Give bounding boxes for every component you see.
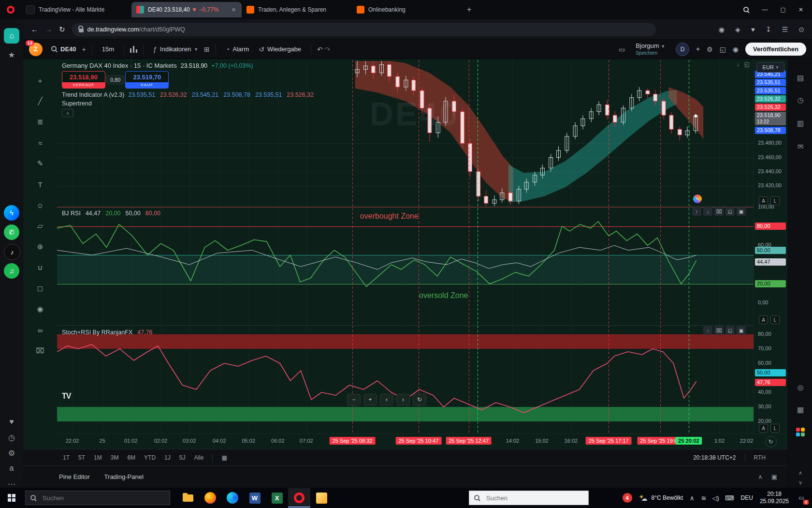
history-icon[interactable]: ◷ [4, 430, 19, 445]
legend-collapse-button[interactable]: ∧ [62, 109, 73, 117]
tune-icon[interactable]: ☰ [782, 26, 788, 33]
volume-icon[interactable]: ◁) [712, 494, 719, 502]
log-scale-button[interactable]: L [770, 424, 780, 433]
publish-button[interactable]: Veröffentlichen [745, 43, 806, 56]
start-button[interactable] [8, 494, 15, 502]
network-icon[interactable]: ≋ [701, 494, 707, 502]
trading-panel-tab[interactable]: Trading-Panel [104, 473, 144, 480]
excel-app[interactable]: X [266, 488, 288, 508]
user-avatar[interactable]: Z13 [29, 43, 43, 56]
range-button[interactable]: 6M [123, 453, 139, 463]
reload-button[interactable]: ↻ [59, 25, 65, 34]
pane-up-icon[interactable]: ↑ [703, 326, 712, 335]
tab-tradingview-home[interactable]: TradingView - Alle Märkte [21, 2, 131, 17]
quick-trade-flash-icon[interactable]: ϟ [693, 194, 702, 203]
lock-drawings-icon[interactable]: ◻ [32, 281, 48, 296]
forward-button[interactable]: → [45, 25, 52, 33]
new-tab-button[interactable]: + [467, 5, 471, 14]
auto-scale-button[interactable]: A [759, 196, 768, 205]
text-tool-icon[interactable]: T [32, 177, 48, 192]
undo-icon[interactable]: ↶ [317, 45, 323, 53]
back-button[interactable]: ← [31, 25, 38, 33]
indicator-name[interactable]: Trend Indicator A (v2.3) [62, 91, 124, 98]
price-scale[interactable]: EUR▾ 23.480,0023.460,0023.440,0023.420,0… [754, 59, 788, 433]
news-icon[interactable]: ▥ [793, 116, 808, 131]
range-button[interactable]: 1T [59, 453, 73, 463]
zoom-in-tool-icon[interactable]: ⊕ [32, 239, 48, 254]
layout-grid-icon[interactable]: ⊞ [204, 45, 210, 53]
trend-line-tool-icon[interactable]: ╱ [32, 93, 48, 109]
clock[interactable]: 20:18:38 UTC+2 [693, 454, 736, 461]
window-maximize-button[interactable]: ▢ [781, 6, 786, 13]
pane-maximize-icon[interactable]: ◱ [744, 61, 750, 68]
emoji-tool-icon[interactable]: ☺ [32, 197, 48, 213]
settings-gear-icon[interactable]: ⚙ [4, 445, 19, 461]
messenger-icon[interactable]: ϟ [4, 205, 19, 221]
remove-drawings-icon[interactable]: ⌧ [32, 343, 48, 359]
range-button[interactable]: Alle [190, 453, 207, 463]
pane-more-icon[interactable]: ▣ [737, 326, 746, 335]
vpn-badge-icon[interactable]: ◈ [735, 26, 740, 33]
fib-retracement-tool-icon[interactable]: ≣ [32, 114, 48, 130]
interval-button[interactable]: 15m [98, 44, 118, 55]
compare-add-icon[interactable]: + [82, 45, 86, 53]
community-icon[interactable] [793, 425, 808, 439]
tray-alert-badge[interactable]: 4 [623, 493, 632, 503]
tradingview-logo[interactable]: TV [62, 392, 71, 401]
chart-type-icon[interactable] [130, 46, 137, 53]
tab-de40-chart[interactable]: DE40 23.518,40 ▼ −0,77% ✕ [131, 2, 242, 17]
symbol-title[interactable]: Germany DAX 40 Index · 15 · IC Markets [62, 62, 177, 69]
panel-expand-icon[interactable]: ▣ [771, 473, 777, 480]
pane-up-icon[interactable]: ↑ [692, 207, 701, 216]
window-minimize-button[interactable]: — [762, 6, 768, 13]
redo-icon[interactable]: ↷ [325, 45, 331, 53]
pane-maximize-icon[interactable]: ◱ [725, 207, 735, 216]
download-icon[interactable]: ↧ [766, 26, 771, 33]
snapshot-camera-icon[interactable]: ◉ [733, 45, 739, 53]
notes-app[interactable] [310, 488, 333, 508]
currency-button[interactable]: EUR▾ [756, 62, 784, 73]
alert-button[interactable]: ◔Alarm [222, 44, 253, 55]
taskbar-search-input[interactable] [42, 494, 140, 502]
desktop-search-input[interactable] [485, 494, 574, 502]
window-close-button[interactable]: ✕ [798, 6, 803, 13]
goto-realtime-button[interactable]: ↻ [765, 436, 777, 448]
supertrend-label[interactable]: Supertrend [62, 100, 92, 107]
taskbar-clock[interactable]: 20:18 25.09.2025 [760, 491, 789, 505]
settings-gear-icon[interactable]: ⚙ [707, 45, 713, 53]
time-axis[interactable]: 22:022501:0202:0203:0204:0205:0206:0207:… [57, 433, 754, 449]
pane-delete-icon[interactable]: ⌧ [714, 207, 724, 216]
stoch-title[interactable]: Stoch+RSI By RRanjanFX [62, 329, 132, 336]
scroll-left-button[interactable]: ‹ [380, 394, 393, 405]
spotify-icon[interactable]: ♫ [4, 263, 19, 279]
auto-scale-button[interactable]: A [759, 315, 768, 324]
firefox-app[interactable] [199, 488, 221, 508]
pine-editor-tab[interactable]: Pine Editor [59, 473, 90, 480]
weather-widget[interactable]: ☀☁ 8°C Bewölkt [639, 493, 683, 502]
buy-button[interactable]: 23.519,70 KAUF [125, 71, 169, 89]
whatsapp-icon[interactable]: ✆ [4, 224, 19, 240]
opera-logo-icon[interactable] [7, 6, 14, 14]
hotlists-icon[interactable]: ◎ [793, 380, 808, 395]
sell-button[interactable]: 23.518,90 VERKAUF [62, 71, 105, 89]
layout-save-menu[interactable]: Bjorgum ▼ Speichern [632, 41, 669, 58]
zoom-in-button[interactable]: + [363, 394, 377, 405]
calendar-icon[interactable]: ▦ [793, 403, 808, 417]
measure-tool-icon[interactable]: ▱ [32, 218, 48, 234]
scroll-right-button[interactable]: › [396, 394, 410, 405]
watchlist-icon[interactable]: ▤ [793, 71, 808, 85]
pane-maximize-icon[interactable]: ◱ [725, 326, 735, 335]
log-scale-button[interactable]: L [770, 196, 780, 205]
log-scale-button[interactable]: L [770, 315, 780, 324]
rsi-title[interactable]: BJ RSI [62, 210, 81, 217]
pattern-tool-icon[interactable]: ≈ [32, 135, 48, 150]
panel-collapse-icon[interactable]: ∧ [758, 473, 763, 480]
chat-icon[interactable]: ✉ [793, 139, 808, 154]
indicators-button[interactable]: ƒ Indikatoren ▼ [149, 44, 202, 55]
likes-heart-icon[interactable]: ♥ [4, 414, 19, 430]
tray-expand-icon[interactable]: ∧ [690, 494, 695, 502]
bookmarks-star-icon[interactable]: ★ [4, 47, 19, 62]
link-icon[interactable]: ∞ [32, 322, 48, 338]
magnet-tool-icon[interactable]: ∪ [32, 260, 48, 275]
range-button[interactable]: 5T [74, 453, 89, 463]
